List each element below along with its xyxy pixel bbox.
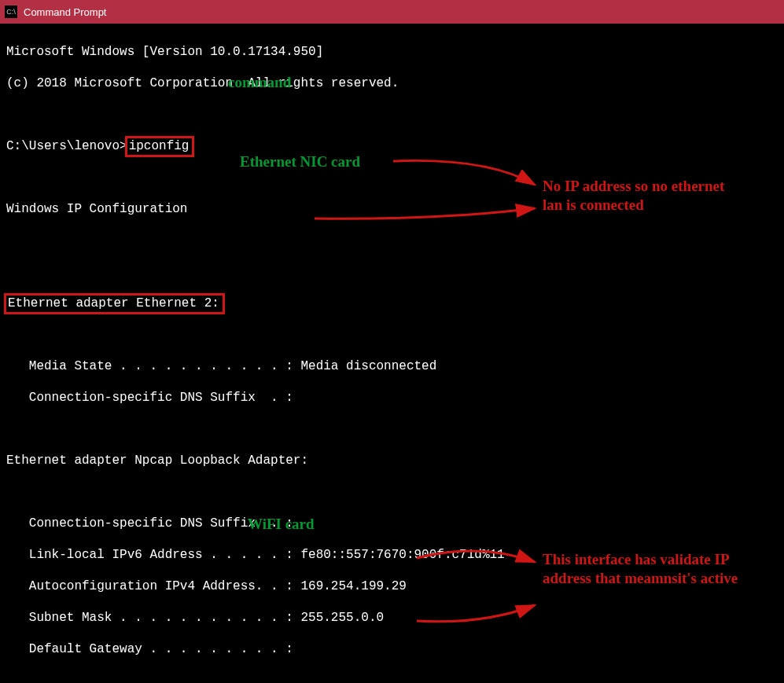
version-line: Microsoft Windows [Version 10.0.17134.95… bbox=[6, 44, 778, 60]
command-text: ipconfig bbox=[129, 139, 190, 153]
prompt-line-1: C:\Users\lenovo>ipconfig bbox=[6, 138, 778, 154]
window-titlebar[interactable]: C:\ Command Prompt bbox=[0, 0, 784, 24]
annotation-wifi-card: WiFI card bbox=[248, 515, 315, 534]
eth2-highlight: Ethernet adapter Ethernet 2: bbox=[4, 293, 225, 314]
eth2-title-text: Ethernet adapter Ethernet 2: bbox=[8, 296, 219, 310]
annotation-command: command bbox=[228, 73, 291, 92]
command-highlight: ipconfig bbox=[125, 136, 195, 157]
cmd-icon: C:\ bbox=[5, 6, 17, 18]
annotation-valid-ip: This interface has validate IP address t… bbox=[543, 550, 747, 588]
npcap-mask: Subnet Mask . . . . . . . . . . . : 255.… bbox=[6, 610, 778, 626]
window-title: Command Prompt bbox=[24, 6, 106, 18]
copyright-line: (c) 2018 Microsoft Corporation. All righ… bbox=[6, 75, 778, 91]
npcap-dns: Connection-specific DNS Suffix . : bbox=[6, 516, 778, 531]
annotation-eth-nic: Ethernet NIC card bbox=[240, 152, 360, 171]
adapter-npcap-title: Ethernet adapter Npcap Loopback Adapter: bbox=[6, 453, 778, 468]
eth2-media-state: Media State . . . . . . . . . . . : Medi… bbox=[6, 358, 778, 374]
npcap-gw: Default Gateway . . . . . . . . . : bbox=[6, 641, 778, 657]
annotation-no-ip: No IP address so no ethernet lan is conn… bbox=[543, 177, 747, 215]
eth2-dns: Connection-specific DNS Suffix . : bbox=[6, 390, 778, 406]
adapter-eth2-title: Ethernet adapter Ethernet 2: bbox=[6, 296, 778, 311]
prompt-path: C:\Users\lenovo> bbox=[6, 139, 127, 153]
